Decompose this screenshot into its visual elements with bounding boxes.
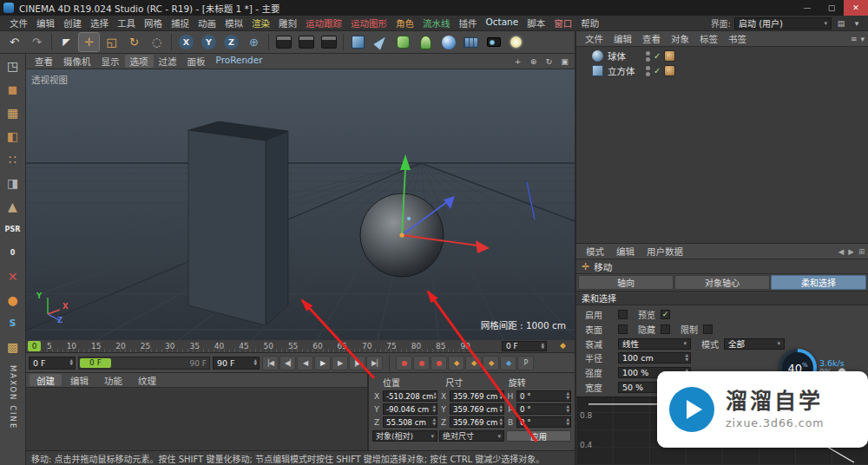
polygons-mode-button[interactable]: ▲ xyxy=(1,194,25,218)
rotation-field[interactable]: 0 ° xyxy=(516,403,571,415)
om-menu-item[interactable]: 对象 xyxy=(666,32,694,45)
object-row[interactable]: 立方体 ✓ xyxy=(576,63,868,78)
start-frame-stepper[interactable] xyxy=(70,359,73,367)
soft-selection-section-header[interactable]: 柔和选择 xyxy=(576,291,868,305)
size-field[interactable]: 359.769 cm xyxy=(450,390,504,402)
menu-item[interactable]: 帮助 xyxy=(576,16,603,29)
render-picture-viewer-button[interactable] xyxy=(295,32,317,52)
record-options-button[interactable]: ● xyxy=(431,356,447,370)
end-frame-stepper[interactable] xyxy=(254,359,257,367)
menu-item[interactable]: 脚本 xyxy=(523,16,549,29)
phong-tag-icon[interactable] xyxy=(664,65,675,76)
play-button[interactable]: ▶ xyxy=(314,356,331,370)
restrict-checkbox[interactable] xyxy=(703,324,713,334)
record-keyframe-button[interactable]: ● xyxy=(396,356,412,370)
viewport-menu-item[interactable]: 选项 xyxy=(125,55,154,68)
menu-item[interactable]: 插件 xyxy=(455,16,482,29)
size-mode-dropdown[interactable]: 绝对尺寸 xyxy=(439,430,504,442)
interface-dropdown[interactable]: 启动 (用户) xyxy=(734,17,832,29)
minimize-button[interactable]: — xyxy=(795,0,819,16)
close-button[interactable]: ✕ xyxy=(844,0,868,16)
viewport-menu-item[interactable]: ProRender xyxy=(211,55,268,68)
attribute-tab[interactable]: 用户数据 xyxy=(641,245,689,258)
prev-frame-button[interactable]: ◀ xyxy=(297,356,313,370)
power-slider-handle[interactable]: 0 F xyxy=(80,358,111,368)
last-tool-button[interactable]: ◌ xyxy=(146,32,168,52)
panel-menu-icon[interactable]: ▾ xyxy=(860,35,865,43)
interface-menu-icon[interactable]: ▾ xyxy=(851,19,863,28)
rotation-field[interactable]: 0 ° xyxy=(516,390,571,402)
viewport-menu-item[interactable]: 过滤 xyxy=(154,55,182,68)
visibility-dots[interactable] xyxy=(646,51,650,62)
coord-system-button[interactable]: ⊕ xyxy=(243,32,265,52)
material-tab[interactable]: 纹理 xyxy=(131,374,163,386)
enable-checkbox[interactable] xyxy=(618,310,628,319)
material-area[interactable] xyxy=(26,388,367,450)
menu-item[interactable]: 编辑 xyxy=(32,16,59,29)
solo-mode-button[interactable]: S xyxy=(1,311,25,335)
material-tab[interactable]: 功能 xyxy=(97,374,129,386)
keyframe-icon[interactable]: ◆ xyxy=(560,341,566,350)
om-menu-item[interactable]: 标签 xyxy=(694,32,723,45)
rotate-view-icon[interactable]: ↻ xyxy=(542,56,556,68)
menu-item[interactable]: 动画 xyxy=(194,16,220,29)
lock-z-button[interactable]: Z xyxy=(220,32,242,52)
position-field[interactable]: -510.208 cm xyxy=(383,390,437,402)
current-frame-field[interactable]: 0 F xyxy=(502,341,547,351)
timeline-ruler[interactable]: 0 51015202530354045505560657075808590 0 … xyxy=(26,340,575,353)
attribute-tab[interactable]: 模式 xyxy=(580,245,610,258)
mode-dropdown[interactable]: 全部 xyxy=(724,338,785,350)
redo-button[interactable]: ↷ xyxy=(26,32,48,52)
menu-item[interactable]: 雕刻 xyxy=(274,16,301,29)
falloff-dropdown[interactable]: 线性 xyxy=(618,338,691,350)
goto-end-button[interactable]: ▶| xyxy=(366,356,383,370)
record-scale-button[interactable]: ◆ xyxy=(465,356,482,370)
render-settings-button[interactable] xyxy=(318,32,339,52)
visibility-dots[interactable] xyxy=(646,66,650,76)
size-field[interactable]: 359.769 cm xyxy=(450,416,504,428)
camera-button[interactable] xyxy=(483,32,504,52)
om-menu-item[interactable]: 文件 xyxy=(580,32,608,45)
frame-stepper[interactable] xyxy=(542,343,544,350)
lock-x-button[interactable]: X xyxy=(175,32,197,52)
position-field[interactable]: -90.046 cm xyxy=(383,403,437,415)
model-mode-button[interactable]: ◼ xyxy=(1,77,25,101)
menu-item[interactable]: 文件 xyxy=(5,16,32,29)
viewport-canvas[interactable]: 透视视图 网格间距 : 1000 cm Y Z X xyxy=(26,69,575,340)
light-button[interactable] xyxy=(505,32,527,52)
history-forward-icon[interactable]: ▶ xyxy=(848,247,854,256)
checker-button[interactable]: ▩ xyxy=(1,335,25,358)
viewport-menu-item[interactable]: 面板 xyxy=(182,55,211,68)
menu-item[interactable]: 网格 xyxy=(140,16,167,29)
menu-item[interactable]: Octane xyxy=(482,16,523,29)
rotation-field[interactable]: 0 ° xyxy=(516,416,571,428)
workplane-mode-button[interactable]: ◧ xyxy=(1,124,25,147)
menu-item[interactable]: 角色 xyxy=(391,16,418,29)
radius-field[interactable]: 100 cm xyxy=(618,352,691,363)
menu-item[interactable]: 渲染 xyxy=(247,16,274,29)
panel-options-icon[interactable]: ⊞ xyxy=(858,247,865,256)
snap-toggle-button[interactable]: ● xyxy=(1,288,25,311)
apply-button[interactable]: 应用 xyxy=(506,430,571,442)
enable-check-icon[interactable]: ✓ xyxy=(654,51,661,61)
mode-button[interactable]: 轴向 xyxy=(578,275,674,290)
floor-button[interactable] xyxy=(460,32,482,52)
size-field[interactable]: 359.769 cm xyxy=(450,403,504,415)
goto-start-button[interactable]: |◀ xyxy=(262,356,279,370)
menu-item[interactable]: 模拟 xyxy=(220,16,247,29)
end-frame-field[interactable]: 90 F xyxy=(213,357,260,370)
viewport-menu-item[interactable]: 查看 xyxy=(30,55,58,68)
object-row[interactable]: 球体 ✓ xyxy=(576,49,868,63)
texture-mode-button[interactable]: ▦ xyxy=(1,101,25,124)
add-cube-button[interactable] xyxy=(347,32,369,52)
object-tree[interactable]: 球体 ✓ 立方体 ✓ xyxy=(576,47,868,244)
phong-tag-icon[interactable] xyxy=(664,50,675,62)
next-frame-button[interactable]: ▶ xyxy=(332,356,348,370)
menu-item[interactable]: 捕捉 xyxy=(167,16,194,29)
om-menu-item[interactable]: 查看 xyxy=(637,32,666,45)
preview-checkbox[interactable]: ✓ xyxy=(661,310,670,319)
move-tool-button[interactable]: ✛ xyxy=(78,32,100,52)
history-back-icon[interactable]: ◀ xyxy=(838,247,845,256)
next-key-button[interactable]: |▶ xyxy=(349,356,365,370)
record-position-button[interactable]: ◆ xyxy=(448,356,464,370)
